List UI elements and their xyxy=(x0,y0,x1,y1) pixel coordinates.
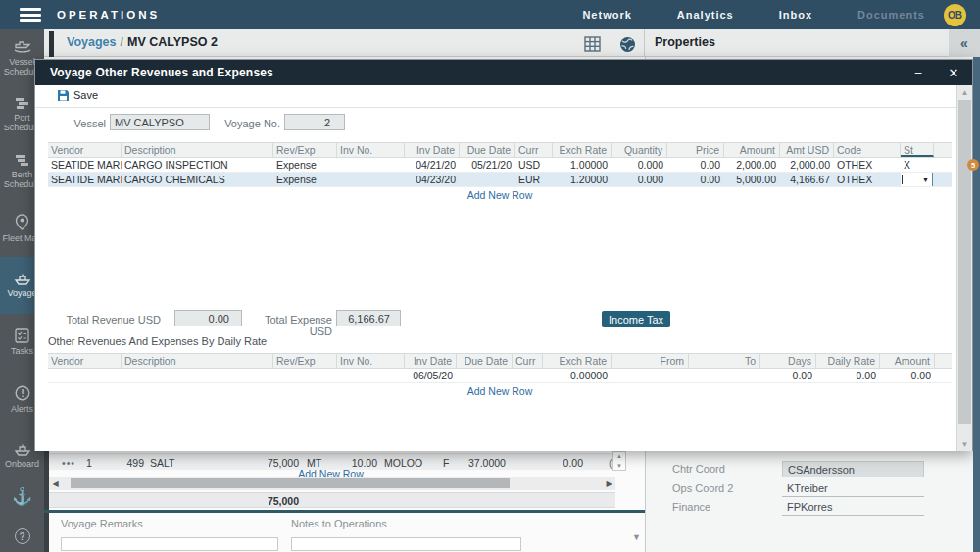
modal-header[interactable]: Voyage Other Revenues and Expenses – ✕ xyxy=(35,60,972,85)
modal-voyage-other-revenues-expenses: Voyage Other Revenues and Expenses – ✕ S… xyxy=(34,59,973,451)
cell-description xyxy=(122,369,273,382)
scrollbar-thumb[interactable] xyxy=(958,100,971,424)
column-header-amt-usd[interactable]: Amt USD xyxy=(780,143,834,157)
column-header-amount[interactable]: Amount xyxy=(880,354,935,368)
vessel-label: Vessel xyxy=(55,118,106,129)
close-icon[interactable]: ✕ xyxy=(939,60,968,85)
nav-item-inbox[interactable]: Inbox xyxy=(779,9,812,21)
column-header-daily-rate[interactable]: Daily Rate xyxy=(816,354,880,368)
table-row[interactable]: SEATIDE MARITIMCARGO INSPECTIONExpense04… xyxy=(48,158,952,173)
cell-amount: 2,000.00 xyxy=(724,158,780,172)
avatar[interactable]: OB xyxy=(944,4,966,26)
modal-title: Voyage Other Revenues and Expenses xyxy=(50,66,273,79)
column-header-description[interactable]: Description xyxy=(122,354,273,368)
nav-item-analytics[interactable]: Analytics xyxy=(677,9,734,21)
notes-to-operations-input[interactable] xyxy=(291,537,521,551)
cell-from xyxy=(612,369,689,382)
cell-to xyxy=(689,369,760,382)
column-header-from[interactable]: From xyxy=(612,354,689,368)
column-header-vendor[interactable]: Vendor xyxy=(48,354,122,368)
column-header-st[interactable]: St xyxy=(901,143,934,157)
scroll-right-icon[interactable]: ▶ xyxy=(603,477,615,490)
column-header-inv-date[interactable]: Inv Date xyxy=(405,143,460,157)
nav-item-network[interactable]: Network xyxy=(582,9,631,21)
grid-view-icon[interactable] xyxy=(584,36,601,52)
column-header-quantity[interactable]: Quantity xyxy=(612,143,667,157)
column-header-rev-exp[interactable]: Rev/Exp xyxy=(273,143,337,157)
column-header-vendor[interactable]: Vendor xyxy=(48,143,122,157)
cell-inv-date: 04/23/20 xyxy=(405,173,460,186)
voyage-no-field[interactable]: 2 xyxy=(284,114,345,130)
column-header-to[interactable]: To xyxy=(689,354,760,368)
cell-description: CARGO INSPECTION xyxy=(122,158,273,172)
table-header-row: VendorDescriptionRev/ExpInv No.Inv DateD… xyxy=(48,353,952,369)
column-header-amount[interactable]: Amount xyxy=(724,143,780,157)
column-header-rev-exp[interactable]: Rev/Exp xyxy=(273,354,337,368)
cell-price: 0.00 xyxy=(667,173,724,186)
cell-vendor: SEATIDE MARITIM xyxy=(48,158,122,172)
property-value-field[interactable]: KTreiber xyxy=(782,480,924,497)
cell-inv-no xyxy=(337,369,405,382)
globe-icon[interactable] xyxy=(619,36,636,52)
column-header-inv-no[interactable]: Inv No. xyxy=(337,143,405,157)
column-header-exch-rate[interactable]: Exch Rate xyxy=(543,354,612,368)
collapse-panel-button[interactable]: « xyxy=(949,29,980,57)
column-header-inv-date[interactable]: Inv Date xyxy=(405,354,457,368)
column-header-curr[interactable]: Curr xyxy=(515,143,553,157)
column-header-due-date[interactable]: Due Date xyxy=(457,354,513,368)
daily-rate-table: VendorDescriptionRev/ExpInv No.Inv DateD… xyxy=(48,353,952,396)
horizontal-scrollbar[interactable]: ◀ ▶ xyxy=(49,477,615,490)
notes-to-operations-label: Notes to Operations xyxy=(291,518,387,529)
table-row[interactable]: SEATIDE MARITIMCARGO CHEMICALSExpense04/… xyxy=(48,173,952,187)
cargo-totals-row: 75,000 xyxy=(49,492,615,508)
column-header-code[interactable]: Code xyxy=(834,143,901,157)
cell-price: 0.00 xyxy=(667,158,724,172)
voyage-remarks-input[interactable] xyxy=(61,537,278,551)
scroll-up-icon[interactable]: ▲ xyxy=(957,85,972,99)
property-value-field[interactable]: FPKorres xyxy=(782,499,924,516)
hamburger-menu-icon[interactable] xyxy=(20,8,41,22)
table-header-row: VendorDescriptionRev/ExpInv No.Inv DateD… xyxy=(48,142,952,158)
column-header-due-date[interactable]: Due Date xyxy=(460,143,515,157)
minimize-icon[interactable]: – xyxy=(904,60,933,85)
revenue-expense-table: VendorDescriptionRev/ExpInv No.Inv DateD… xyxy=(48,142,952,200)
top-navigation: NetworkAnalyticsInboxDocuments xyxy=(582,0,925,29)
breadcrumb-separator: / xyxy=(117,35,127,49)
cell-rev-exp: Expense xyxy=(273,173,337,186)
column-header-price[interactable]: Price xyxy=(667,143,724,157)
save-button[interactable]: Save xyxy=(58,89,98,101)
top-app-bar: OPERATIONS NetworkAnalyticsInboxDocument… xyxy=(0,0,980,29)
help-icon[interactable]: ? xyxy=(15,528,30,544)
daily-rate-section-title: Other Revenues And Expenses By Daily Rat… xyxy=(48,335,267,347)
column-header-spacer[interactable] xyxy=(934,143,952,157)
breadcrumb-voyages-link[interactable]: Voyages xyxy=(67,35,117,49)
cell-inv-date: 06/05/20 xyxy=(405,369,457,382)
column-header-inv-no[interactable]: Inv No. xyxy=(337,354,405,368)
table-row[interactable]: 06/05/200.000000.000.000.00 xyxy=(48,369,952,383)
scroll-up-icon[interactable]: ▲ xyxy=(616,453,622,459)
cell-curr: EUR xyxy=(515,173,553,186)
status-select[interactable]: X▼ xyxy=(901,173,933,186)
berth-schedule-icon xyxy=(15,154,29,167)
column-header-description[interactable]: Description xyxy=(122,143,273,157)
alert-count-badge[interactable]: 5 xyxy=(967,159,979,171)
chevron-down-icon[interactable]: ▼ xyxy=(632,532,641,542)
scrollbar-thumb[interactable] xyxy=(71,478,510,488)
collapsed-right-strip[interactable] xyxy=(973,57,980,552)
income-tax-button[interactable]: Income Tax xyxy=(602,311,670,327)
property-value-field[interactable]: CSAndersson xyxy=(782,461,924,477)
scroll-down-icon[interactable]: ▼ xyxy=(957,437,972,451)
scroll-left-icon[interactable]: ◀ xyxy=(49,477,62,490)
total-revenue-field: 0.00 xyxy=(174,310,242,326)
voyage-icon xyxy=(14,273,31,285)
modal-vertical-scrollbar[interactable]: ▲ ▼ xyxy=(956,85,972,451)
anchor-icon[interactable]: ⚓ xyxy=(12,486,32,507)
chevron-left-double-icon: « xyxy=(960,35,968,51)
add-new-row-link[interactable]: Add New Row xyxy=(48,383,952,396)
column-header-exch-rate[interactable]: Exch Rate xyxy=(553,143,612,157)
column-header-spacer[interactable] xyxy=(935,354,952,368)
add-new-row-link[interactable]: Add New Row xyxy=(48,187,952,200)
column-header-days[interactable]: Days xyxy=(760,354,816,368)
column-header-curr[interactable]: Curr xyxy=(513,354,543,368)
cell-due-date: 05/21/20 xyxy=(460,158,515,172)
